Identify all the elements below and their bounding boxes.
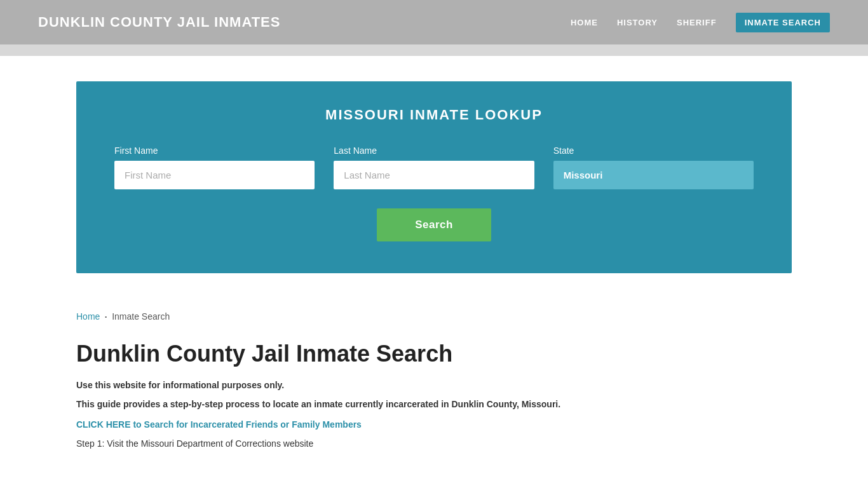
last-name-label: Last Name	[334, 146, 534, 156]
main-nav: HOME HISTORY SHERIFF INMATE SEARCH	[571, 13, 830, 32]
page-title: Dunklin County Jail Inmate Search	[76, 341, 792, 367]
lookup-title: MISSOURI INMATE LOOKUP	[114, 107, 754, 123]
search-link[interactable]: CLICK HERE to Search for Incarcerated Fr…	[76, 419, 792, 430]
site-header: DUNKLIN COUNTY JAIL INMATES HOME HISTORY…	[0, 0, 868, 44]
first-name-group: First Name	[114, 146, 315, 189]
first-name-input[interactable]	[114, 161, 315, 189]
first-name-label: First Name	[114, 146, 315, 156]
last-name-group: Last Name	[334, 146, 534, 189]
info-text-2: This guide provides a step-by-step proce…	[76, 399, 792, 409]
step-1-text: Step 1: Visit the Missouri Department of…	[76, 438, 792, 449]
nav-home[interactable]: HOME	[571, 18, 598, 27]
breadcrumb-separator: •	[105, 314, 107, 320]
info-text-1: Use this website for informational purpo…	[76, 380, 792, 390]
nav-sheriff[interactable]: SHERIFF	[677, 18, 717, 27]
nav-inmate-search[interactable]: INMATE SEARCH	[736, 13, 830, 32]
main-content: Dunklin County Jail Inmate Search Use th…	[0, 328, 868, 478]
search-button[interactable]: Search	[377, 208, 491, 241]
breadcrumb-current: Inmate Search	[112, 311, 170, 322]
nav-history[interactable]: HISTORY	[617, 18, 658, 27]
site-title: DUNKLIN COUNTY JAIL INMATES	[38, 14, 280, 30]
sub-header-bar	[0, 44, 868, 56]
inmate-lookup-panel: MISSOURI INMATE LOOKUP First Name Last N…	[76, 81, 792, 273]
search-fields-row: First Name Last Name State	[114, 146, 754, 189]
state-group: State	[553, 146, 754, 189]
state-label: State	[553, 146, 754, 156]
search-button-container: Search	[114, 208, 754, 241]
breadcrumb-home-link[interactable]: Home	[76, 311, 100, 322]
breadcrumb: Home • Inmate Search	[0, 299, 868, 328]
state-input[interactable]	[553, 161, 754, 189]
last-name-input[interactable]	[334, 161, 534, 189]
